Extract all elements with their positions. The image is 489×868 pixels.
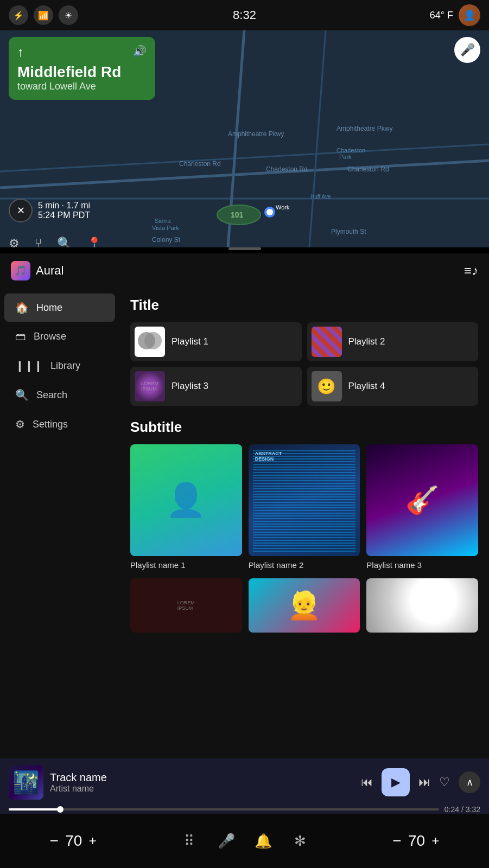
artist-name: Artist name bbox=[50, 784, 354, 794]
map-area[interactable]: 101 Amphitheatre Pkwy Amphitheatre Pkwy … bbox=[0, 30, 489, 247]
playlist-names-row2: LOREMIPSUM 👱 bbox=[130, 578, 478, 633]
next-button[interactable]: ⏭ bbox=[418, 775, 430, 789]
progress-bar-container[interactable]: 0:24 / 3:32 bbox=[9, 805, 480, 814]
app-name: Aural bbox=[36, 264, 63, 278]
previous-button[interactable]: ⏮ bbox=[361, 775, 373, 789]
playlist-item-2[interactable]: Playlist 2 bbox=[307, 322, 479, 361]
queue-icon[interactable]: ≡♪ bbox=[464, 263, 478, 278]
svg-text:Charleston Rd: Charleston Rd bbox=[347, 165, 389, 173]
nav-arrival: 5:24 PM PDT bbox=[38, 210, 90, 220]
svg-text:Charleston: Charleston bbox=[336, 147, 365, 154]
bluetooth-icon: ⚡ bbox=[9, 5, 28, 25]
pin-icon[interactable]: 📍 bbox=[87, 237, 101, 247]
pname-4-art: LOREMIPSUM bbox=[130, 578, 242, 633]
sidebar-item-settings[interactable]: ⚙ Settings bbox=[4, 410, 115, 438]
cancel-navigation-button[interactable]: ✕ bbox=[9, 199, 33, 222]
svg-text:Colony St: Colony St bbox=[152, 236, 181, 244]
section-title-2: Subtitle bbox=[130, 419, 478, 436]
playlist-name-item-3[interactable]: 🎸 Playlist name 3 bbox=[366, 444, 478, 570]
browse-icon: 🗃 bbox=[15, 330, 26, 343]
sidebar-label-home: Home bbox=[36, 302, 62, 314]
playlist-item-1[interactable]: Playlist 1 bbox=[130, 322, 302, 361]
volume-left-minus[interactable]: − bbox=[49, 832, 58, 850]
bell-icon[interactable]: 🔔 bbox=[252, 830, 274, 852]
bottom-bar: − 70 + ⠿ 🎤 🔔 ✻ − 70 + bbox=[0, 814, 489, 868]
app-brand: 🎵 Aural bbox=[11, 261, 63, 280]
like-button[interactable]: ♡ bbox=[439, 775, 450, 789]
volume-right-minus[interactable]: − bbox=[392, 832, 401, 850]
pname-label-2: Playlist name 2 bbox=[249, 560, 360, 570]
progress-bar-background[interactable] bbox=[9, 808, 439, 810]
pname-partial-5: 👱 bbox=[249, 578, 360, 633]
nav-eta: ✕ 5 min · 1.7 mi 5:24 PM PDT bbox=[9, 199, 90, 222]
microphone-icon[interactable]: 🎤 bbox=[215, 830, 237, 852]
expand-button[interactable]: ∧ bbox=[459, 771, 480, 793]
playlist-grid: Playlist 1 Playlist 2 LOREMIPSUM bbox=[130, 322, 478, 406]
map-controls: ⚙ ⑂ 🔍 📍 bbox=[9, 237, 101, 247]
progress-time: 0:24 / 3:32 bbox=[444, 805, 480, 814]
search-map-icon[interactable]: 🔍 bbox=[57, 237, 72, 247]
playlist-name-item-2[interactable]: ABSTRACTDESIGN Playlist name 2 bbox=[249, 444, 360, 570]
svg-text:Vista Park: Vista Park bbox=[152, 225, 179, 231]
playlist-thumb-2 bbox=[312, 327, 342, 357]
route-icon[interactable]: ⑂ bbox=[35, 237, 42, 247]
settings-nav-icon: ⚙ bbox=[15, 418, 25, 431]
sidebar: 🏠 Home 🗃 Browse ❙❙❙ Library 🔍 Search ⚙ S… bbox=[0, 288, 119, 814]
mic-button[interactable]: 🎤 bbox=[454, 37, 480, 63]
volume-right-plus[interactable]: + bbox=[432, 833, 440, 848]
svg-text:Huff Ave: Huff Ave bbox=[310, 194, 331, 200]
svg-text:Amphitheatre Pkwy: Amphitheatre Pkwy bbox=[228, 130, 284, 138]
playlist-name-item-6[interactable] bbox=[366, 578, 478, 633]
sidebar-item-home[interactable]: 🏠 Home bbox=[4, 293, 115, 322]
playlist-4-art: 🙂 bbox=[312, 371, 342, 401]
playlist-item-3[interactable]: LOREMIPSUM Playlist 3 bbox=[130, 367, 302, 406]
track-name: Track name bbox=[50, 771, 354, 784]
pname-6-art bbox=[366, 578, 478, 633]
venn-diagram bbox=[136, 328, 164, 356]
playlist-names-grid: 👤 Playlist name 1 ABSTRACTDESIGN bbox=[130, 444, 478, 570]
sidebar-label-search: Search bbox=[36, 390, 67, 401]
volume-left-plus[interactable]: + bbox=[89, 833, 97, 848]
play-button[interactable]: ▶ bbox=[382, 768, 410, 796]
playlist-label-3: Playlist 3 bbox=[172, 381, 208, 392]
settings-icon[interactable]: ⚙ bbox=[9, 237, 20, 247]
pname-label-1: Playlist name 1 bbox=[130, 560, 242, 570]
svg-point-16 bbox=[266, 209, 273, 215]
nav-arrow-icon: ↑ bbox=[17, 44, 24, 60]
svg-text:Work: Work bbox=[276, 204, 290, 210]
playlist-label-1: Playlist 1 bbox=[172, 336, 208, 347]
playlist-label-4: Playlist 4 bbox=[348, 381, 385, 392]
nav-sound-icon[interactable]: 🔊 bbox=[133, 44, 147, 60]
playlist-name-item-5[interactable]: 👱 bbox=[249, 578, 360, 633]
pname-2-art: ABSTRACTDESIGN bbox=[249, 444, 360, 556]
svg-text:Charleston Rd: Charleston Rd bbox=[179, 160, 221, 168]
brightness-icon[interactable]: ☀ bbox=[59, 5, 78, 25]
pname-thumb-3: 🎸 bbox=[366, 444, 478, 556]
app-body: 🏠 Home 🗃 Browse ❙❙❙ Library 🔍 Search ⚙ S… bbox=[0, 288, 489, 814]
volume-left-value: 70 bbox=[63, 832, 85, 850]
playlist-item-4[interactable]: 🙂 Playlist 4 bbox=[307, 367, 479, 406]
status-left-icons: ⚡ 📶 ☀ bbox=[9, 5, 78, 25]
playlist-name-item-4[interactable]: LOREMIPSUM bbox=[130, 578, 242, 633]
drag-handle[interactable] bbox=[228, 247, 261, 250]
nav-time-distance: 5 min · 1.7 mi bbox=[38, 201, 90, 210]
bottom-center-controls: ⠿ 🎤 🔔 ✻ bbox=[179, 830, 311, 852]
sidebar-item-search[interactable]: 🔍 Search bbox=[4, 381, 115, 409]
grid-icon[interactable]: ⠿ bbox=[179, 830, 200, 852]
person-silhouette-icon: 👤 bbox=[166, 481, 206, 519]
main-content: Title Playlist 1 bbox=[119, 288, 489, 814]
library-icon: ❙❙❙ bbox=[15, 359, 43, 372]
pname-partial-6 bbox=[366, 578, 478, 633]
volume-left-control: − 70 + bbox=[49, 832, 96, 850]
search-icon: 🔍 bbox=[15, 388, 29, 401]
fan-icon[interactable]: ✻ bbox=[289, 830, 311, 852]
playlist-name-item-1[interactable]: 👤 Playlist name 1 bbox=[130, 444, 242, 570]
svg-text:Park: Park bbox=[339, 154, 352, 160]
playlist-3-art: LOREMIPSUM bbox=[135, 371, 165, 401]
avatar[interactable]: 👤 bbox=[459, 4, 480, 26]
svg-text:Sierra: Sierra bbox=[155, 218, 171, 224]
venn-circle-2 bbox=[144, 332, 162, 349]
sidebar-item-browse[interactable]: 🗃 Browse bbox=[4, 323, 115, 350]
now-playing-bar: 🌃 Track name Artist name ⏮ ▶ ⏭ ♡ ∧ 0:24 … bbox=[0, 758, 489, 814]
sidebar-item-library[interactable]: ❙❙❙ Library bbox=[4, 352, 115, 380]
